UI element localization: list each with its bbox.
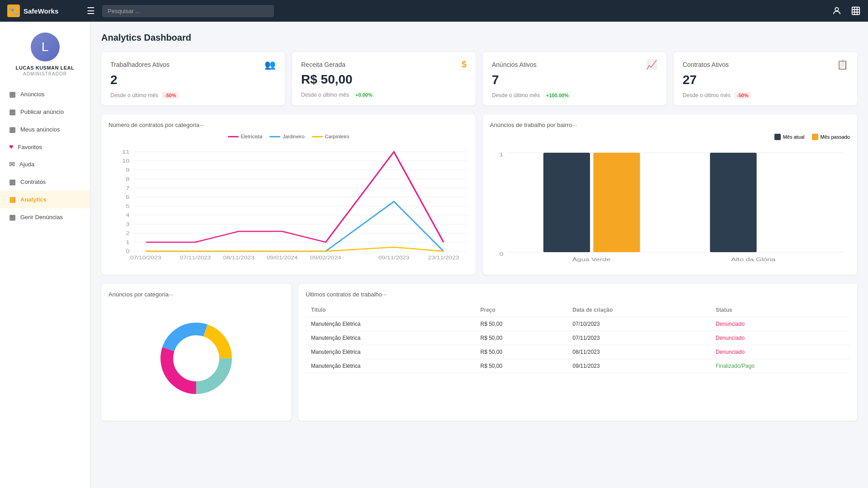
ajuda-icon: ✉ [9,160,15,169]
sidebar-label-anuncios: Anúncios [20,91,44,98]
stat-title-anuncios: Anúncios Ativos [492,61,537,68]
svg-text:08/11/2023: 08/11/2023 [223,255,255,260]
legend-dot-eletricista [228,136,239,137]
svg-text:6: 6 [126,194,129,200]
stat-title-receita: Receita Gerada [301,61,345,68]
sidebar-item-meus[interactable]: ▦ Meus anúncios [0,121,90,138]
sidebar-item-denuncias[interactable]: ▦ Gerir Denúncias [0,208,90,226]
sidebar-nav: ▦ Anúncios ▦ Publicar anúncio ▦ Meus anú… [0,85,90,226]
line-chart-card: Número de contratos por categoria··· Ele… [101,114,476,275]
stat-title-trabalhadores: Trabalhadores Ativos [110,61,170,68]
line-chart-legend: Eletricista Jardineiro Carpinteiro [108,134,468,139]
anuncios-icon: ▦ [9,90,16,99]
svg-text:2: 2 [126,230,129,236]
user-role: ADMINISTRADOR [23,71,67,76]
table-row: Manutenção Elétrica R$ 50,00 08/11/2023 … [306,345,850,359]
bar-legend-label-atual: Mês atual [783,134,805,140]
user-icon[interactable] [832,6,842,16]
svg-text:07/10/2023: 07/10/2023 [130,255,161,260]
meus-icon: ▦ [9,125,16,134]
bar-chart-card: Anúncios de trabalho por bairro··· Mês a… [483,114,857,275]
trabalhadores-stat-icon: 👥 [264,59,276,70]
sidebar-label-contratos: Contratos [20,178,46,185]
svg-text:3: 3 [126,221,129,227]
sidebar-label-favoritos: Favoritos [18,144,42,150]
stat-card-trabalhadores: Trabalhadores Ativos 👥 2 Desde o último … [101,52,285,105]
settings-icon[interactable] [851,6,861,16]
avatar: L [31,33,60,61]
cell-status: Denunciado [710,331,850,345]
contracts-table-card: Últimos contratos de trabalho··· Título … [298,284,857,421]
stat-cards-grid: Trabalhadores Ativos 👥 2 Desde o último … [101,52,857,105]
search-container [102,5,274,17]
donut-chart-svg [146,309,246,408]
svg-text:09/01/2024: 09/01/2024 [267,255,298,260]
cell-data: 08/11/2023 [567,345,710,359]
stat-footer-receita: Desde o último mês [301,92,349,98]
stat-badge-anuncios: +100.00% [543,92,571,99]
bar-aguaverde-atual [543,153,590,252]
svg-text:9: 9 [126,167,129,173]
bar-legend-dot-passado [812,134,818,140]
sidebar-item-analytics[interactable]: ▦ Analytics [0,191,90,208]
legend-dot-carpinteiro [312,136,323,137]
svg-rect-1 [852,7,860,15]
stat-value-anuncios: 7 [492,73,657,87]
favoritos-icon: ♥ [9,143,14,151]
col-titulo: Título [306,303,475,317]
topnav-right-controls [832,6,861,16]
stat-card-contratos: Contratos Ativos 📋 27 Desde o último mês… [674,52,857,105]
donut-chart-title: Anúncios por categoria··· [108,291,284,298]
hamburger-menu-icon[interactable]: ☰ [87,5,95,16]
cell-data: 07/11/2023 [567,331,710,345]
main-layout: L LUCAS KUSMAN LEAL ADMINISTRADOR ▦ Anún… [0,22,868,488]
svg-text:09/02/2024: 09/02/2024 [310,255,341,260]
legend-jardineiro: Jardineiro [269,134,304,139]
sidebar-item-anuncios[interactable]: ▦ Anúncios [0,85,90,103]
bar-aguaverde-passado [593,153,640,252]
col-data: Data de criação [567,303,710,317]
legend-label-jardineiro: Jardineiro [283,134,304,139]
sidebar-item-ajuda[interactable]: ✉ Ajuda [0,155,90,173]
stat-badge-contratos: -50% [734,92,751,99]
search-input[interactable] [102,5,274,17]
stat-card-anuncios: Anúncios Ativos 📈 7 Desde o último mês +… [483,52,666,105]
app-logo[interactable]: 🔧 SafeWorks [7,5,80,17]
sidebar-item-favoritos[interactable]: ♥ Favoritos [0,138,90,155]
cell-preco: R$ 50,00 [475,317,567,331]
stat-footer-anuncios: Desde o último mês [492,92,540,99]
bar-legend-passado: Mês passado [812,134,850,140]
svg-text:07/11/2023: 07/11/2023 [180,255,211,260]
logo-icon: 🔧 [7,5,20,17]
cell-preco: R$ 50,00 [475,359,567,373]
stat-footer-trabalhadores: Desde o último mês [110,92,158,99]
bar-chart-title: Anúncios de trabalho por bairro··· [490,122,850,128]
bar-chart-legend: Mês atual Mês passado [490,134,850,140]
svg-text:09/11/2023: 09/11/2023 [378,255,410,260]
sidebar-label-publicar: Publicar anúncio [20,108,64,115]
stat-footer-contratos: Desde o último mês [683,92,731,99]
svg-text:Alto da Glória: Alto da Glória [731,257,776,263]
anuncios-stat-icon: 📈 [646,59,657,70]
svg-text:10: 10 [122,158,130,164]
sidebar: L LUCAS KUSMAN LEAL ADMINISTRADOR ▦ Anún… [0,22,90,488]
svg-point-0 [835,8,838,11]
contracts-table: Título Preço Data de criação Status Manu… [306,303,850,373]
sidebar-item-contratos[interactable]: ▦ Contratos [0,173,90,191]
sidebar-item-publicar[interactable]: ▦ Publicar anúncio [0,103,90,121]
cell-data: 07/10/2023 [567,317,710,331]
line-chart-title: Número de contratos por categoria··· [108,122,468,128]
analytics-icon: ▦ [9,195,16,204]
sidebar-label-analytics: Analytics [20,196,47,203]
cell-status: Denunciado [710,317,850,331]
col-preco: Preço [475,303,567,317]
bottom-row: Anúncios por categoria··· [101,284,857,421]
svg-text:Água Verde: Água Verde [572,257,611,263]
line-jardineiro [146,202,443,251]
cell-preco: R$ 50,00 [475,331,567,345]
table-row: Manutenção Elétrica R$ 50,00 07/10/2023 … [306,317,850,331]
app-name: SafeWorks [24,7,58,15]
bar-chart-svg: 0 1 Água Verde Alto da Glória [490,144,850,266]
bar-legend-label-passado: Mês passado [821,134,850,140]
cell-titulo: Manutenção Elétrica [306,345,475,359]
